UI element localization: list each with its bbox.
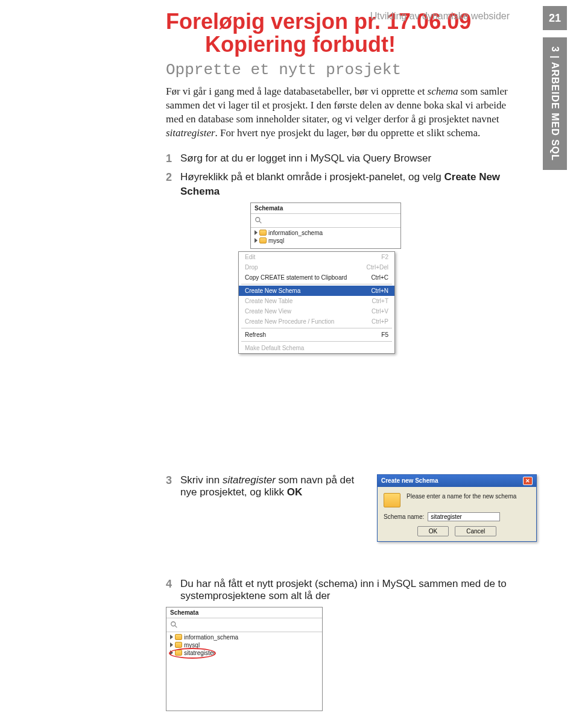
search-icon — [255, 216, 263, 225]
menu-shortcut: Ctrl+Del — [367, 264, 388, 271]
schema-item[interactable]: mysql — [251, 237, 400, 245]
menu-separator — [241, 341, 392, 342]
step-number: 1 — [166, 151, 172, 166]
expand-icon[interactable] — [255, 230, 258, 235]
schema-label: mysql — [184, 642, 200, 648]
panel-title: Schemata — [251, 203, 400, 214]
menu-label: Edit — [245, 254, 255, 260]
expand-icon[interactable] — [170, 642, 173, 647]
section-title: Opprette et nytt prosjekt — [166, 61, 510, 79]
dialog-title: Create new Schema — [381, 477, 438, 484]
step-4: 4 Du har nå fått et nytt prosjekt (schem… — [166, 578, 510, 602]
menu-make-default[interactable]: Make Default Schema — [239, 343, 394, 353]
database-icon — [175, 634, 182, 640]
menu-shortcut: Ctrl+C — [371, 274, 388, 281]
schema-word: schema — [428, 86, 458, 97]
svg-point-0 — [256, 217, 260, 221]
step-2a: Høyreklikk på et blankt område i prosjek… — [180, 171, 444, 183]
panel-search — [166, 618, 322, 632]
step-2: 2 Høyreklikk på et blankt område i prosj… — [166, 170, 510, 199]
schema-name-input[interactable] — [428, 512, 500, 521]
figure-schemata-panel: Schemata information_schema mysql Edi — [250, 202, 401, 354]
step-3d: OK — [287, 486, 303, 498]
menu-shortcut: F2 — [381, 254, 388, 260]
menu-shortcut: F5 — [381, 331, 388, 338]
menu-refresh[interactable]: Refresh F5 — [239, 330, 394, 340]
step-3: 3 Skriv inn sitatregister som navn på de… — [166, 474, 365, 498]
database-icon — [259, 237, 267, 243]
step-3a: Skriv inn — [180, 474, 223, 486]
menu-shortcut: Ctrl+N — [371, 287, 388, 294]
dialog-titlebar: Create new Schema ✕ — [378, 475, 536, 487]
step-number: 3 — [166, 474, 172, 498]
menu-label: Create New Procedure / Function — [245, 318, 334, 325]
dialog-instruction: Please enter a name for the new schema — [407, 493, 516, 500]
menu-create-schema[interactable]: Create New Schema Ctrl+N — [239, 286, 394, 296]
schema-item[interactable]: information_schema — [166, 633, 322, 641]
step-2-text: Høyreklikk på et blankt område i prosjek… — [180, 170, 510, 199]
step-number: 2 — [166, 170, 172, 199]
ok-button[interactable]: OK — [417, 526, 449, 536]
schema-label: mysql — [268, 237, 284, 244]
menu-shortcut: Ctrl+T — [372, 298, 389, 304]
menu-create-view[interactable]: Create New View Ctrl+V — [239, 306, 394, 316]
menu-label: Create New View — [245, 308, 291, 315]
menu-label: Copy CREATE statement to Clipboard — [245, 274, 347, 281]
close-button[interactable]: ✕ — [523, 477, 533, 485]
svg-line-3 — [175, 625, 177, 627]
sitatregister-word: sitatregister — [166, 127, 215, 139]
schema-label: information_schema — [268, 230, 323, 236]
svg-point-2 — [171, 621, 176, 626]
figure-schemata-result: Schemata information_schema mysql sitatr… — [166, 607, 323, 711]
panel-title: Schemata — [166, 607, 322, 618]
panel-search — [251, 214, 400, 228]
menu-separator — [241, 328, 392, 328]
step-3-text: Skriv inn sitatregister som navn på det … — [180, 474, 365, 498]
menu-label: Drop — [245, 264, 258, 271]
section-body: Før vi går i gang med å lage databasetab… — [166, 85, 510, 140]
expand-icon[interactable] — [255, 238, 258, 243]
step-1: 1 Sørg for at du er logget inn i MySQL v… — [166, 151, 510, 166]
schema-list: information_schema mysql — [251, 228, 400, 248]
menu-label: Refresh — [245, 331, 266, 338]
create-schema-dialog: Create new Schema ✕ Please enter a name … — [377, 474, 537, 542]
menu-edit[interactable]: Edit F2 — [239, 252, 394, 262]
schema-list: information_schema mysql sitatregister — [166, 632, 322, 711]
menu-drop[interactable]: Drop Ctrl+Del — [239, 262, 394, 272]
menu-label: Create New Table — [245, 298, 293, 304]
highlight-circle — [169, 648, 216, 659]
schema-item[interactable]: information_schema — [251, 229, 400, 237]
step-4-text: Du har nå fått et nytt prosjekt (schema)… — [180, 578, 510, 602]
menu-copy-create[interactable]: Copy CREATE statement to Clipboard Ctrl+… — [239, 272, 394, 283]
schemata-panel: Schemata information_schema mysql — [250, 202, 401, 249]
watermark-line2: Kopiering forbudt! — [205, 32, 579, 57]
menu-label: Create New Schema — [245, 287, 300, 294]
menu-create-proc[interactable]: Create New Procedure / Function Ctrl+P — [239, 316, 394, 327]
menu-label: Make Default Schema — [245, 345, 304, 351]
expand-icon[interactable] — [170, 635, 173, 639]
side-tab: 3 | ARBEIDE MED SQL — [543, 37, 567, 170]
cancel-button[interactable]: Cancel — [455, 526, 496, 536]
search-icon — [170, 621, 179, 629]
context-menu: Edit F2 Drop Ctrl+Del Copy CREATE statem… — [238, 251, 395, 354]
step-3b: sitatregister — [223, 474, 276, 486]
body-text-1: Før vi går i gang med å lage databasetab… — [166, 86, 428, 97]
chapter-header: Utvikling av dynamiske websider — [370, 11, 510, 22]
menu-separator — [241, 284, 392, 284]
schema-icon — [384, 493, 400, 507]
menu-shortcut: Ctrl+V — [372, 308, 388, 315]
body-text-3: . For hvert nye prosjekt du lager, bør d… — [215, 127, 481, 139]
page-number: 21 — [543, 6, 567, 30]
schema-label: information_schema — [184, 634, 238, 641]
svg-line-1 — [259, 221, 262, 223]
database-icon — [175, 642, 182, 648]
step-number: 4 — [166, 578, 172, 602]
menu-shortcut: Ctrl+P — [372, 318, 388, 325]
schema-name-label: Schema name: — [384, 513, 424, 520]
step-1-text: Sørg for at du er logget inn i MySQL via… — [180, 151, 510, 166]
database-icon — [259, 230, 267, 236]
menu-create-table[interactable]: Create New Table Ctrl+T — [239, 296, 394, 306]
